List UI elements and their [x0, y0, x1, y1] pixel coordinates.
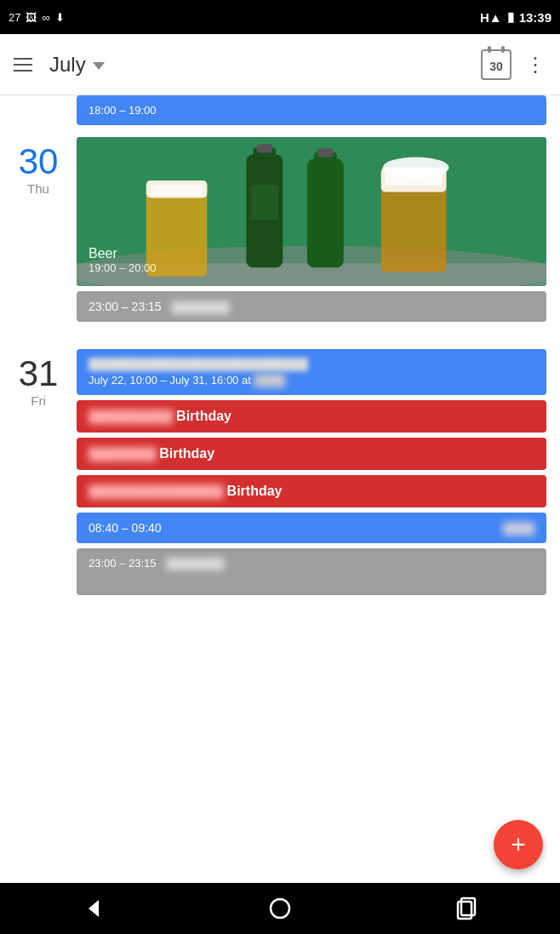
app-bar-icons: 30 ⋮	[481, 49, 546, 80]
menu-line	[14, 64, 32, 66]
svg-marker-17	[89, 900, 99, 917]
recent-apps-button[interactable]	[449, 891, 483, 925]
date-number-30: 30	[19, 144, 59, 180]
main-content: 18:00 – 19:00 30 Thu	[0, 95, 560, 883]
multiday-event-subtitle: July 22, 10:00 – July 31, 16:00 at ████	[89, 374, 534, 387]
battery-level-icon: 27	[9, 11, 20, 24]
birthday-event-3[interactable]: ████████████████ Birthday	[77, 475, 546, 507]
multiday-event-card[interactable]: ████████████████████████████ July 22, 10…	[77, 349, 546, 395]
calendar-day-number: 30	[489, 60, 503, 73]
battery-icon: ▮	[507, 9, 514, 25]
beer-event-time: 19:00 – 20:00	[89, 261, 534, 274]
month-label: July	[49, 53, 86, 77]
beer-event-card[interactable]: Beer 19:00 – 20:00	[77, 137, 546, 286]
overflow-menu-button[interactable]: ⋮	[525, 53, 546, 77]
date-day-30: Thu	[27, 181, 49, 196]
birthday-1-name-blurred: ██████████	[89, 410, 173, 423]
home-icon	[268, 897, 292, 920]
birthday-3-label: Birthday	[227, 484, 283, 498]
day-divider	[0, 329, 560, 342]
morning-event-card[interactable]: 08:40 – 09:40 ████	[77, 513, 546, 543]
month-title[interactable]: July	[49, 53, 464, 77]
events-column-31: ████████████████████████████ July 22, 10…	[77, 349, 560, 595]
app-bar: July 30 ⋮	[0, 34, 560, 95]
voicemail-icon: ∞	[42, 11, 49, 24]
menu-button[interactable]	[14, 58, 32, 72]
svg-rect-9	[250, 185, 278, 220]
morning-event-time: 08:40 – 09:40	[89, 521, 162, 535]
menu-line	[14, 70, 32, 72]
day-section-30: 30 Thu	[0, 130, 560, 329]
status-bar: 27 🖼 ∞ ⬇ H▲ ▮ 13:39	[0, 0, 560, 34]
events-column-30: Beer 19:00 – 20:00 23:00 – 23:15 ███████…	[77, 137, 560, 322]
date-number-31: 31	[19, 356, 59, 392]
svg-rect-8	[257, 144, 272, 152]
birthday-event-2[interactable]: ████████ Birthday	[77, 438, 546, 470]
night-event-30-title-blurred: ████████	[172, 301, 230, 313]
morning-event-title-blurred: ████	[503, 522, 534, 535]
svg-rect-12	[317, 148, 333, 157]
beer-event-title: Beer	[89, 246, 534, 261]
date-day-31: Fri	[31, 393, 46, 408]
svg-rect-5	[151, 185, 203, 195]
fab-plus-icon: +	[511, 830, 526, 859]
partial-bottom-time: 23:00 – 23:15	[89, 557, 157, 570]
multiday-event-title-blurred: ████████████████████████████	[89, 358, 534, 370]
partial-top-time: 18:00 – 19:00	[89, 104, 157, 117]
date-column-31: 31 Fri	[0, 349, 77, 595]
fab-add-button[interactable]: +	[494, 820, 543, 869]
night-event-30[interactable]: 23:00 – 23:15 ████████	[77, 291, 546, 322]
partial-bottom-event[interactable]: 23:00 – 23:15 ████████	[77, 548, 546, 595]
back-icon	[82, 897, 106, 920]
day-section-31: 31 Fri ████████████████████████████ July…	[0, 342, 560, 602]
svg-point-16	[383, 158, 449, 179]
dropdown-arrow-icon	[93, 62, 105, 70]
partial-bottom-title-blurred: ████████	[166, 558, 224, 570]
download-icon: ⬇	[55, 11, 65, 24]
birthday-1-label: Birthday	[176, 409, 231, 423]
date-column-30: 30 Thu	[0, 137, 77, 322]
status-bar-left: 27 🖼 ∞ ⬇	[9, 11, 65, 24]
signal-icon: H▲	[480, 10, 502, 25]
night-event-30-time: 23:00 – 23:15	[89, 300, 162, 313]
home-button[interactable]	[263, 891, 297, 925]
multiday-location-blurred: ████	[254, 374, 285, 387]
birthday-event-1[interactable]: ██████████ Birthday	[77, 400, 546, 433]
recent-icon	[454, 897, 478, 920]
partial-top-event[interactable]: 18:00 – 19:00	[77, 95, 546, 125]
birthday-2-label: Birthday	[159, 446, 214, 461]
menu-line	[14, 58, 32, 60]
clock: 13:39	[519, 10, 551, 25]
back-button[interactable]	[77, 891, 111, 925]
status-bar-right: H▲ ▮ 13:39	[480, 9, 551, 25]
birthday-3-name-blurred: ████████████████	[89, 484, 224, 498]
image-icon: 🖼	[26, 11, 37, 24]
bottom-nav	[0, 883, 560, 934]
svg-point-18	[271, 899, 289, 918]
calendar-view-button[interactable]: 30	[481, 49, 511, 80]
birthday-2-name-blurred: ████████	[89, 447, 156, 461]
